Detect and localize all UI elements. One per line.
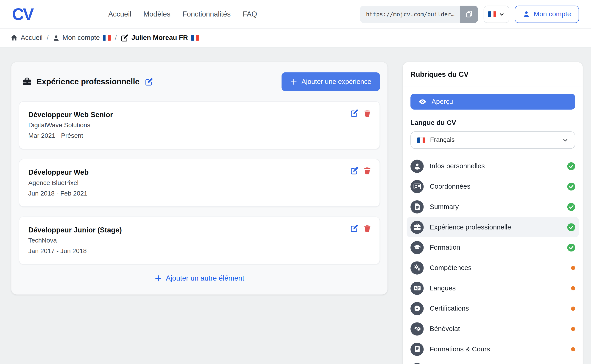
breadcrumb-label: Mon compte [62,34,100,42]
entry-company: TechNova [28,235,371,246]
breadcrumb-label: Accueil [21,34,42,42]
sidebar-section-coordonn-es[interactable]: Coordonnées [407,176,579,197]
experience-list: Développeur Web Senior DigitalWave Solut… [11,101,387,264]
check-circle-icon [567,203,575,211]
site-language-dropdown[interactable] [484,6,509,23]
main-nav: AccueilModèlesFonctionnalitésFAQ [108,10,257,18]
preview-button[interactable]: Aperçu [411,94,575,110]
chevron-down-icon [499,12,505,17]
check-circle-icon [567,182,575,190]
add-experience-label: Ajouter une expérience [301,78,371,86]
edit-section-title-icon[interactable] [145,78,153,86]
add-another-item-link[interactable]: Ajouter un autre élément [155,274,244,282]
account-button[interactable]: Mon compte [515,6,579,23]
section-label: Infos personnelles [430,162,485,170]
check-circle-icon [567,162,575,170]
breadcrumb-item-home[interactable]: Accueil [11,34,43,42]
edit-entry-icon[interactable] [351,224,359,232]
contact-card-icon [411,180,424,193]
section-label: Langues [430,284,456,292]
home-icon [11,34,18,41]
breadcrumb-separator: / [115,34,117,42]
badge-icon [411,302,424,315]
breadcrumb-item-current-cv: Julien Moreau FR [121,34,199,42]
entry-actions [351,167,371,175]
pending-dot-icon [571,286,575,290]
sidebar-section-b-n-volat[interactable]: Bénévolat [407,318,579,339]
edit-entry-icon[interactable] [351,167,359,175]
sidebar-section-projets[interactable]: Projets [407,359,579,364]
sidebar-section-summary[interactable]: Summary [407,197,579,217]
french-flag-icon [488,11,496,17]
experience-section-header: Expérience professionnelle Ajouter une e… [11,62,387,101]
sidebar-section-infos-personnelles[interactable]: Infos personnelles [407,156,579,176]
content-area: Expérience professionnelle Ajouter une e… [0,47,591,364]
entry-actions [351,109,371,117]
delete-entry-icon[interactable] [363,167,372,175]
section-label: Expérience professionnelle [430,223,511,231]
entry-dates: Jun 2018 - Feb 2021 [28,188,371,199]
chevron-down-icon [562,137,568,143]
pending-dot-icon [571,347,575,351]
entry-title: Développeur Web Senior [28,110,371,120]
delete-entry-icon[interactable] [363,109,372,117]
share-url-group: https://mojcv.com/builder… [360,6,478,23]
nav-link-faq[interactable]: FAQ [243,10,257,18]
eye-icon [419,98,426,105]
breadcrumb-label: Julien Moreau FR [132,34,188,42]
add-experience-button[interactable]: Ajouter une expérience [281,72,380,91]
section-label: Summary [430,203,459,211]
top-navbar: CV AccueilModèlesFonctionnalitésFAQ http… [0,0,591,29]
check-circle-icon [567,223,575,231]
experience-entry: Développeur Web Agence BluePixel Jun 201… [19,159,380,207]
section-label: Coordonnées [430,182,471,190]
french-flag-icon [191,35,199,41]
entry-company: DigitalWave Solutions [28,120,371,131]
section-title: Expérience professionnelle [36,77,139,86]
delete-entry-icon[interactable] [363,224,372,232]
document-icon [411,200,424,213]
sidebar-section-langues[interactable]: Az Langues [407,278,579,298]
experience-entry: Développeur Junior (Stage) TechNova Jan … [19,217,380,265]
experience-entry: Développeur Web Senior DigitalWave Solut… [19,101,380,149]
nav-link-modles[interactable]: Modèles [143,10,171,18]
experience-section-card: Expérience professionnelle Ajouter une e… [11,62,387,295]
sidebar-body: Aperçu Langue du CV Français Infos perso… [403,86,583,364]
projects-icon [411,363,424,364]
entry-actions [351,224,371,232]
pending-dot-icon [571,327,575,331]
edit-icon[interactable] [121,34,128,42]
copy-icon [465,11,473,18]
cv-language-select[interactable]: Français [411,131,575,149]
sidebar-section-certifications[interactable]: Certifications [407,298,579,318]
sidebar-section-formations-cours[interactable]: Formations & Cours [407,339,579,359]
section-label: Certifications [430,304,469,312]
entry-title: Développeur Web [28,167,371,178]
translate-icon: Az [411,281,424,295]
french-flag-icon [103,35,111,41]
french-flag-icon [417,137,425,143]
nav-link-fonctionnalits[interactable]: Fonctionnalités [182,10,231,18]
graduation-cap-icon [411,241,424,254]
copy-url-button[interactable] [460,6,478,23]
add-another-item-label: Ajouter un autre élément [166,274,244,282]
sidebar-section-comp-tences[interactable]: Compétences [407,258,579,278]
pending-dot-icon [571,306,575,310]
cv-sections-sidebar: Rubriques du CV Aperçu Langue du CV Fran… [403,62,583,364]
breadcrumb-item-account[interactable]: Mon compte [53,34,111,42]
cv-sections-list: Infos personnelles Coordonnées Summary E… [411,156,575,364]
entry-dates: Jan 2017 - Jun 2018 [28,246,371,256]
nav-link-accueil[interactable]: Accueil [108,10,132,18]
share-url-field[interactable]: https://mojcv.com/builder… [360,6,460,23]
edit-entry-icon[interactable] [351,109,359,117]
svg-text:z: z [418,286,419,290]
handshake-icon [411,322,424,336]
cv-language-label: Langue du CV [411,119,575,127]
plus-icon [290,78,297,85]
svg-text:A: A [414,286,417,290]
page: CV AccueilModèlesFonctionnalitésFAQ http… [0,0,591,364]
person-icon [53,34,60,41]
sidebar-section-exp-rience-professionnelle[interactable]: Expérience professionnelle [407,217,579,237]
app-logo[interactable]: CV [12,5,33,24]
sidebar-section-formation[interactable]: Formation [407,237,579,258]
